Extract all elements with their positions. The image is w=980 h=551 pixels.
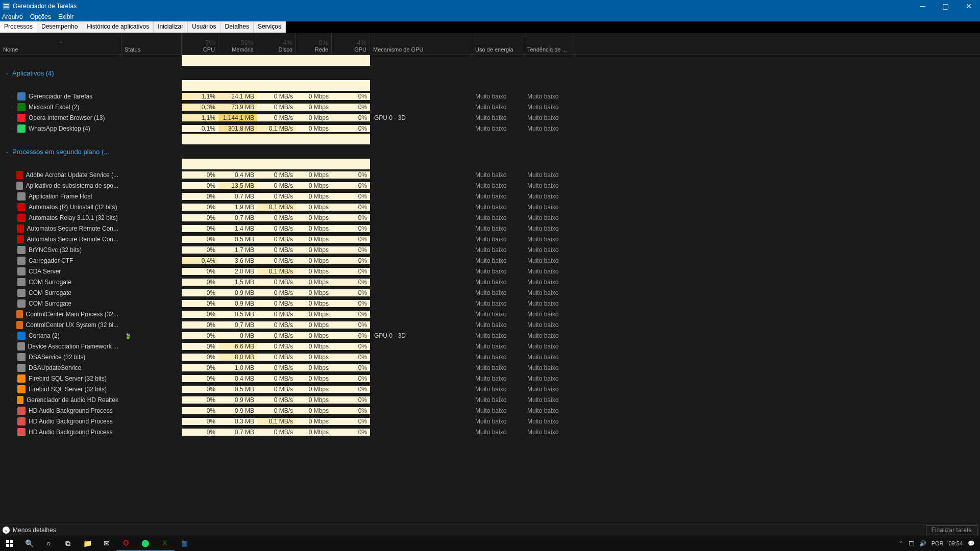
group-header[interactable]: ⌄Aplicativos (4) [0, 66, 980, 80]
memory-cell: 0,9 MB [218, 289, 257, 296]
process-name: Cortana (2) [29, 332, 60, 339]
explorer-icon[interactable]: 📁 [78, 536, 97, 551]
col-network[interactable]: 0%Rede [296, 33, 332, 55]
window-titlebar[interactable]: Gerenciador de Tarefas ─ ▢ ✕ [0, 0, 980, 12]
gpu-cell: 0% [332, 268, 370, 275]
fewer-details-button[interactable]: ⌄ Menos detalhes [3, 527, 56, 534]
network-cell: 0 Mbps [296, 343, 332, 350]
table-row[interactable]: COM Surrogate 0% 0,9 MB 0 MB/s 0 Mbps 0%… [0, 298, 980, 309]
clock[interactable]: 09:54 [948, 540, 963, 546]
col-power-trend[interactable]: Tendência de ... [524, 33, 575, 55]
table-row[interactable]: › WhatsApp Desktop (4) 0,1% 301,8 MB 0,1… [0, 123, 980, 134]
tray-chevron-icon[interactable]: ⌃ [899, 540, 903, 547]
power-cell: Muito baixo [472, 114, 524, 121]
disk-cell: 0,1 MB/s [257, 204, 296, 211]
col-memory[interactable]: 59%Memória [218, 33, 257, 55]
menu-view[interactable]: Exibir [58, 13, 74, 20]
trend-cell: Muito baixo [524, 114, 575, 121]
memory-cell: 0,7 MB [218, 321, 257, 329]
table-row[interactable]: Firebird SQL Server (32 bits) 0% 0,5 MB … [0, 384, 980, 394]
table-row[interactable]: › Gerenciador de áudio HD Realtek 0% 0,9… [0, 394, 980, 405]
table-row[interactable]: Aplicativo de subsistema de spo... 0% 13… [0, 180, 980, 191]
table-row[interactable]: DSAService (32 bits) 0% 8,0 MB 0 MB/s 0 … [0, 352, 980, 362]
table-row[interactable]: Automatos Secure Remote Con... 0% 1,4 MB… [0, 223, 980, 234]
table-row[interactable]: Adobe Acrobat Update Service (... 0% 0,4… [0, 169, 980, 180]
end-task-button[interactable]: Finalizar tarefa [926, 525, 977, 535]
table-row[interactable]: COM Surrogate 0% 0,9 MB 0 MB/s 0 Mbps 0%… [0, 287, 980, 298]
memory-cell: 0,5 MB [218, 236, 257, 243]
table-row[interactable]: Automatos Secure Remote Con... 0% 0,5 MB… [0, 234, 980, 244]
table-row[interactable]: DSAUpdateService 0% 1,0 MB 0 MB/s 0 Mbps… [0, 362, 980, 373]
disk-cell: 0 MB/s [257, 354, 296, 361]
table-row[interactable]: BrYNCSvc (32 bits) 0% 1,7 MB 0 MB/s 0 Mb… [0, 244, 980, 255]
table-row[interactable]: Firebird SQL Server (32 bits) 0% 0,4 MB … [0, 373, 980, 384]
col-name[interactable]: ⌃ Nome [0, 33, 121, 55]
close-button[interactable]: ✕ [957, 1, 980, 12]
battery-icon[interactable]: 🗔 [909, 540, 914, 546]
table-row[interactable]: CDA Server 0% 2,0 MB 0,1 MB/s 0 Mbps 0% … [0, 266, 980, 277]
cpu-cell: 1,1% [182, 93, 218, 100]
trend-cell: Muito baixo [524, 193, 575, 200]
network-cell: 0 Mbps [296, 279, 332, 286]
table-row[interactable]: › Gerenciador de Tarefas 1,1% 24,1 MB 0 … [0, 91, 980, 102]
network-cell: 0 Mbps [296, 289, 332, 296]
tab-history[interactable]: Histórico de aplicativos [82, 21, 154, 33]
network-cell: 0 Mbps [296, 214, 332, 221]
power-cell: Muito baixo [472, 204, 524, 211]
search-icon[interactable]: 🔍 [19, 536, 39, 551]
table-row[interactable]: Automatos (R) Uninstall (32 bits) 0% 1,9… [0, 202, 980, 212]
tab-performance[interactable]: Desempenho [37, 21, 82, 33]
table-row[interactable]: ControlCenter UX System (32 bi... 0% 0,7… [0, 319, 980, 330]
table-row[interactable]: HD Audio Background Process 0% 0,9 MB 0 … [0, 405, 980, 416]
system-tray[interactable]: ⌃ 🗔 🔊 POR 09:54 💬 [899, 540, 980, 547]
table-row[interactable]: Carregador CTF 0,4% 3,6 MB 0 MB/s 0 Mbps… [0, 255, 980, 266]
taskview-icon[interactable]: ⧉ [58, 536, 78, 551]
cortana-icon[interactable]: ○ [39, 536, 58, 551]
disk-cell: 0 MB/s [257, 225, 296, 232]
notifications-icon[interactable]: 💬 [968, 540, 975, 547]
col-status[interactable]: Status [121, 33, 182, 55]
tab-users[interactable]: Usuários [188, 21, 220, 33]
process-name: Automatos (R) Uninstall (32 bits) [29, 204, 117, 211]
minimize-button[interactable]: ─ [911, 1, 934, 12]
table-row[interactable]: › Cortana (2) 🍃 0% 0 MB 0 MB/s 0 Mbps 0%… [0, 330, 980, 341]
menu-file[interactable]: Arquivo [2, 13, 23, 20]
tab-startup[interactable]: Inicializar [154, 21, 188, 33]
table-row[interactable]: Automatos Relay 3.10.1 (32 bits) 0% 0,7 … [0, 212, 980, 223]
col-cpu[interactable]: 7%CPU [182, 33, 218, 55]
gpu-cell: 0% [332, 236, 370, 243]
col-gpu[interactable]: 4%GPU [332, 33, 370, 55]
process-name: COM Surrogate [29, 300, 71, 307]
table-row[interactable]: Device Association Framework ... 0% 6,6 … [0, 341, 980, 352]
tab-services[interactable]: Serviços [254, 21, 286, 33]
disk-cell: 0 MB/s [257, 311, 296, 318]
table-row[interactable]: › Opera Internet Browser (13) 1,1% 1.144… [0, 112, 980, 123]
table-row[interactable]: HD Audio Background Process 0% 0,7 MB 0 … [0, 427, 980, 437]
menu-options[interactable]: Opções [30, 13, 51, 20]
col-disk[interactable]: 4%Disco [257, 33, 296, 55]
col-gpu-engine[interactable]: Mecanismo de GPU [370, 33, 472, 55]
mail-icon[interactable]: ✉ [97, 536, 116, 551]
power-cell: Muito baixo [472, 407, 524, 414]
table-row[interactable]: › Microsoft Excel (2) 0,3% 73,9 MB 0 MB/… [0, 102, 980, 112]
process-icon [17, 203, 26, 211]
language-indicator[interactable]: POR [932, 540, 944, 546]
tab-processes[interactable]: Processos [0, 21, 37, 33]
taskmgr-icon[interactable]: ▤ [175, 536, 194, 551]
table-row[interactable]: Application Frame Host 0% 0,7 MB 0 MB/s … [0, 191, 980, 202]
whatsapp-icon[interactable]: ⬤ [136, 535, 155, 551]
table-row[interactable]: COM Surrogate 0% 1,5 MB 0 MB/s 0 Mbps 0%… [0, 277, 980, 287]
table-row[interactable]: HD Audio Background Process 0% 0,3 MB 0,… [0, 416, 980, 427]
maximize-button[interactable]: ▢ [934, 1, 957, 12]
taskbar[interactable]: 🔍 ○ ⧉ 📁 ✉ O ⬤ X ▤ ⌃ 🗔 🔊 POR 09:54 💬 [0, 536, 980, 551]
start-button[interactable] [0, 536, 19, 551]
network-cell: 0 Mbps [296, 236, 332, 243]
col-power[interactable]: Uso de energia [472, 33, 524, 55]
excel-icon[interactable]: X [155, 535, 175, 551]
tab-details[interactable]: Detalhes [221, 21, 254, 33]
volume-icon[interactable]: 🔊 [919, 540, 926, 547]
opera-icon[interactable]: O [116, 535, 136, 551]
table-row[interactable]: ControlCenter Main Process (32... 0% 0,5… [0, 309, 980, 319]
group-header[interactable]: ⌄Processos em segundo plano (... [0, 144, 980, 159]
trend-cell: Muito baixo [524, 289, 575, 296]
